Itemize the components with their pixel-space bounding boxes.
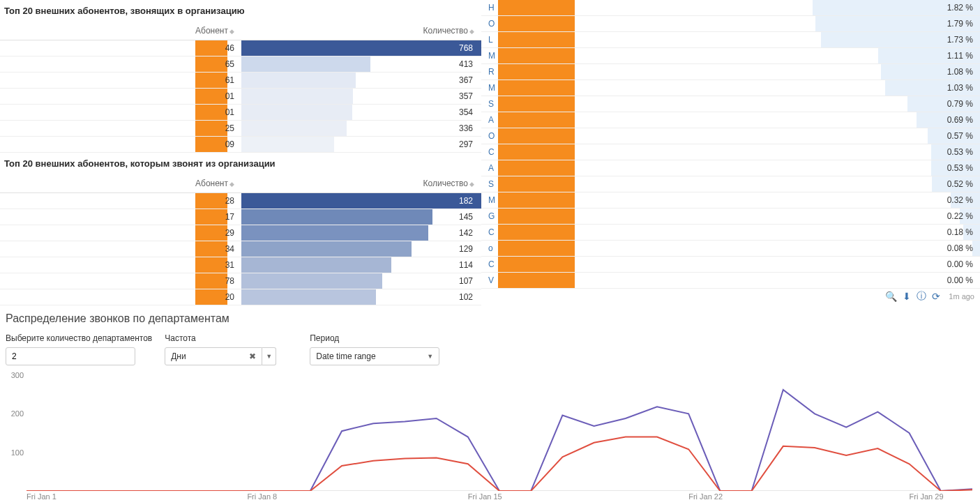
x-tick: Fri Jan 8 [247,492,277,500]
table-row[interactable]: 65413 [0,56,481,73]
table-row[interactable]: 01354 [0,105,481,121]
chevron-down-icon: ▼ [266,353,272,360]
table-row[interactable]: C0.53 % [481,144,980,160]
table-row[interactable]: M1.11 % [481,48,980,64]
cell-qty: 129 [241,241,481,257]
panel-toolbar: 🔍 ⬇ ⓘ ⟳ 1m ago [885,290,974,303]
cell-percent: 1.11 % [802,48,980,64]
cell-name: O [481,16,802,32]
cell-name: M [481,192,802,209]
redaction-block [195,289,227,305]
redaction-block [498,80,575,96]
th-qty[interactable]: Количество◆ [241,174,481,193]
table-row[interactable]: 17145 [0,209,481,225]
redaction-block [498,112,575,128]
th-qty-label: Количество [423,26,468,36]
th-abonent[interactable]: Абонент◆ [0,22,241,40]
redaction-block [498,225,575,240]
table-row[interactable]: 78107 [0,273,481,289]
table-row[interactable]: S0.52 % [481,176,980,192]
table-row[interactable]: 61367 [0,73,481,89]
th-abonent[interactable]: Абонент◆ [0,174,241,193]
cell-percent: 0.00 % [802,273,980,289]
cell-percent: 0.57 % [802,128,980,144]
table-row[interactable]: O1.79 % [481,16,980,32]
input-dept-count[interactable] [6,347,135,365]
panel-title-incoming: Топ 20 внешних абонентов, звонящих в орг… [0,0,481,22]
cell-percent: 0.22 % [802,209,980,225]
redaction-block [498,16,575,31]
redaction-block [498,273,575,288]
table-incoming: Абонент◆ Количество◆ 4676865413613670135… [0,22,481,153]
table-row[interactable]: C0.18 % [481,225,980,241]
label-frequency: Частота [165,333,276,343]
table-row[interactable]: M1.03 % [481,80,980,96]
th-abonent-label: Абонент [195,179,228,188]
table-row[interactable]: R1.08 % [481,64,980,80]
download-icon[interactable]: ⬇ [903,291,911,302]
cell-name: A [481,160,802,176]
select-frequency[interactable]: Дни ✖ [165,347,262,365]
cell-qty: 114 [241,257,481,273]
cell-percent: 1.73 % [802,32,980,48]
cell-percent: 1.08 % [802,64,980,80]
table-row[interactable]: 01357 [0,89,481,105]
redaction-block [195,105,227,120]
select-frequency-dropdown[interactable]: ▼ [262,347,276,365]
refresh-icon[interactable]: ⟳ [932,291,940,302]
table-row[interactable]: O0.57 % [481,128,980,144]
redaction-block [195,56,227,72]
table-row[interactable]: G0.22 % [481,209,980,225]
table-row[interactable]: H1.82 % [481,0,980,16]
table-row[interactable]: 20102 [0,289,481,305]
redaction-block [195,89,227,104]
redaction-block [498,32,575,47]
x-tick: Fri Jan 29 [910,492,944,500]
cell-percent: 1.82 % [802,0,980,16]
table-percent: H1.82 %O1.79 %L1.73 %M1.11 %R1.08 %M1.03… [481,0,980,289]
info-icon[interactable]: ⓘ [917,290,926,303]
table-row[interactable]: A0.53 % [481,160,980,176]
cell-percent: 0.53 % [802,160,980,176]
cell-abonent: 20 [0,289,241,305]
select-period-value: Date time range [316,351,375,361]
cell-percent: 0.53 % [802,144,980,160]
table-row[interactable]: M0.32 % [481,192,980,209]
redaction-block [195,273,227,289]
table-row[interactable]: V0.00 % [481,273,980,289]
redaction-block [498,0,575,15]
table-row[interactable]: 09297 [0,137,481,153]
table-row[interactable]: 34129 [0,241,481,257]
redaction-block [498,48,575,63]
table-row[interactable]: 25336 [0,121,481,137]
redaction-block [195,193,227,209]
cell-qty: 142 [241,225,481,241]
table-row[interactable]: 28182 [0,193,481,209]
cell-name: L [481,32,802,48]
sort-icon: ◆ [229,28,234,35]
search-icon[interactable]: 🔍 [885,291,897,302]
y-tick: 100 [11,448,24,457]
cell-percent: 1.03 % [802,80,980,96]
table-row[interactable]: 29142 [0,225,481,241]
th-abonent-label: Абонент [195,26,228,36]
cell-name: H [481,0,802,16]
clear-icon[interactable]: ✖ [249,351,256,361]
cell-name: M [481,80,802,96]
select-period[interactable]: Date time range ▼ [310,347,439,365]
table-row[interactable]: 46768 [0,40,481,56]
table-row[interactable]: L1.73 % [481,32,980,48]
sort-icon: ◆ [229,181,234,188]
cell-qty: 297 [241,137,481,153]
redaction-block [195,241,227,257]
cell-qty: 107 [241,273,481,289]
cell-percent: 1.79 % [802,16,980,32]
table-row[interactable]: S0.79 % [481,96,980,112]
th-qty[interactable]: Количество◆ [241,22,481,40]
table-row[interactable]: o0.08 % [481,241,980,257]
table-row[interactable]: A0.69 % [481,112,980,128]
cell-qty: 354 [241,105,481,121]
line-chart[interactable]: 100200300 Fri Jan 1Fri Jan 8Fri Jan 15Fr… [6,375,975,500]
table-row[interactable]: C0.00 % [481,257,980,273]
table-row[interactable]: 31114 [0,257,481,273]
